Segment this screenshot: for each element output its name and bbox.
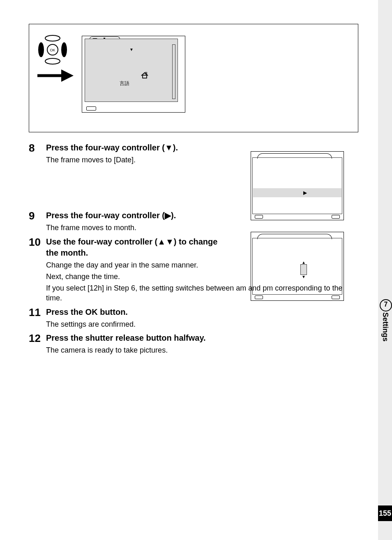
side-gutter: [378, 0, 392, 540]
scrollbar-icon: [172, 44, 175, 99]
step-text: Press the OK button. The settings are co…: [46, 307, 357, 329]
step-body: The frame moves to month.: [46, 223, 227, 233]
mini-lcd-1-body: ▶: [252, 157, 342, 214]
step-number: 11: [29, 307, 46, 329]
dpad-icon: OK: [37, 35, 68, 65]
svg-point-1: [45, 58, 60, 64]
manual-page: 155 7 Settings OK: [0, 0, 392, 540]
mini-lcd-foot-left-icon: [255, 295, 263, 299]
step-body: Change the day and year in the same mann…: [46, 260, 227, 270]
svg-point-2: [38, 42, 44, 57]
step-title: Press the four-way controller (▶).: [46, 210, 227, 221]
mini-lcd-2-body: ▲ ▼: [252, 238, 342, 295]
step-12: 12 Press the shutter release button half…: [29, 332, 357, 355]
step-text: Press the four-way controller (▶). The f…: [46, 210, 227, 233]
triangle-down-icon: ▼: [129, 47, 134, 52]
camera-lcd-screen: ▼ 言語: [85, 39, 178, 102]
step-title: Press the shutter release button halfway…: [46, 332, 357, 344]
step-text: Press the shutter release button halfway…: [46, 332, 357, 355]
language-label: 言語: [120, 80, 129, 87]
camera-lcd-frame: ▼ 言語: [82, 36, 185, 113]
illustration-box: OK ▼: [29, 24, 358, 132]
mini-lcd-1: ▶: [251, 151, 344, 220]
svg-text:OK: OK: [50, 48, 55, 52]
svg-rect-14: [145, 72, 147, 74]
step-title: Press the four-way controller (▼).: [46, 142, 227, 153]
step-body: The settings are confirmed.: [46, 319, 357, 329]
step-number: 12: [29, 332, 46, 355]
step-body: The camera is ready to take pictures.: [46, 345, 357, 355]
triangle-down-icon: ▼: [166, 237, 174, 246]
triangle-right-icon: ▶: [303, 190, 307, 196]
content-area: OK ▼: [29, 24, 357, 355]
svg-point-0: [45, 35, 60, 41]
svg-marker-7: [61, 69, 74, 82]
step-body: The frame moves to [Date].: [46, 155, 227, 165]
triangle-right-icon: ▶: [165, 211, 171, 220]
step-number: 9: [29, 210, 46, 233]
step-number: 8: [29, 142, 46, 165]
section-label: Settings: [381, 312, 390, 342]
step-title: Press the OK button.: [46, 307, 357, 318]
svg-point-3: [61, 42, 67, 57]
section-number-circle: 7: [380, 299, 392, 312]
triangle-down-icon: ▼: [165, 143, 173, 152]
step-title: Use the four-way controller (▲▼) to chan…: [46, 236, 227, 258]
mini-lcd-foot-left-icon: [255, 215, 263, 219]
mini-lcd-1-highlight-row: ▶: [253, 188, 341, 197]
section-tab: 7 Settings: [380, 299, 390, 342]
step-11: 11 Press the OK button. The settings are…: [29, 307, 357, 329]
arrow-right-icon: [37, 69, 74, 83]
svg-rect-13: [143, 75, 147, 78]
spinner-icon: ▲ ▼: [300, 261, 307, 279]
mini-lcd-foot-right-icon: [332, 215, 340, 219]
page-number: 155: [378, 505, 392, 521]
mini-lcd-foot-right-icon: [332, 295, 340, 299]
home-icon: [141, 72, 148, 78]
mini-lcd-2: ▲ ▼: [251, 232, 344, 301]
triangle-up-icon: ▲: [157, 237, 166, 246]
camera-foot-button-icon: [86, 106, 96, 111]
step-text: Press the four-way controller (▼). The f…: [46, 142, 227, 165]
step-number: 10: [29, 236, 46, 303]
